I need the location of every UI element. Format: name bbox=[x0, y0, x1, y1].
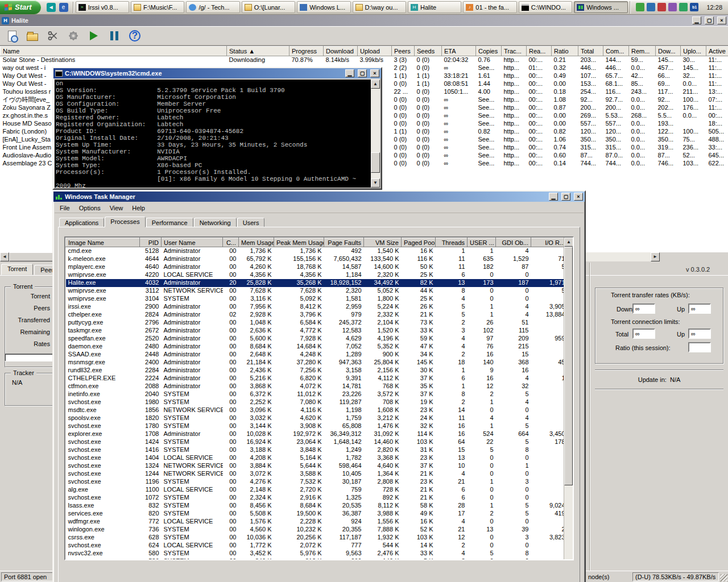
taskbar-button-cmd[interactable]: C:\WINDO... bbox=[519, 1, 572, 13]
column-header[interactable]: Com... bbox=[603, 47, 629, 56]
start-button[interactable]: Start bbox=[0, 1, 41, 14]
process-row[interactable]: svchost.exe624LOCAL SERVICE001,772 K2,07… bbox=[66, 542, 568, 550]
process-row[interactable]: msnmsgr.exe2400Administrator0021,184 K37… bbox=[66, 359, 568, 367]
process-row[interactable]: speedfan.exe2520Administrator005,600 K7,… bbox=[66, 335, 568, 343]
process-row[interactable]: svchost.exe1324NETWORK SERVICE003,884 K5… bbox=[66, 462, 568, 470]
column-header[interactable]: Total bbox=[578, 47, 603, 56]
process-row[interactable]: svchost.exe1780SYSTEM003,144 K3,908 K65,… bbox=[66, 422, 568, 430]
menu-view[interactable]: View bbox=[106, 203, 127, 213]
process-row[interactable]: taskmgr.exe2672Administrator002,636 K4,7… bbox=[66, 327, 568, 335]
tab-performance[interactable]: Performance bbox=[146, 218, 193, 227]
column-header[interactable]: ETA bbox=[442, 47, 476, 56]
column-header[interactable]: Name bbox=[1, 47, 227, 56]
scroll-down-button[interactable]: ▼ bbox=[371, 178, 380, 188]
taskman-titlebar[interactable]: Windows Task Manager ▁ ▢ × bbox=[53, 192, 585, 202]
process-row[interactable]: inetinfo.exe2040SYSTEM006,372 K11,012 K2… bbox=[66, 390, 568, 398]
column-header[interactable]: Seeds bbox=[415, 47, 442, 56]
cmd-titlebar[interactable]: C:\WINDOWS\system32\cmd.exe ▁ ▢ × bbox=[53, 68, 381, 78]
column-header[interactable]: USER ... bbox=[468, 238, 496, 247]
minimize-button[interactable]: ▁ bbox=[692, 16, 701, 24]
process-row[interactable]: services.exe820SYSTEM005,508 K19,500 K36… bbox=[66, 510, 568, 518]
down-limit-field[interactable]: ∞ bbox=[632, 304, 655, 314]
column-header[interactable]: Page Faults bbox=[324, 238, 364, 247]
tray-icon-2[interactable] bbox=[647, 3, 655, 11]
process-row[interactable]: nvsvc32.exe580SYSTEM003,452 K5,976 K9,56… bbox=[66, 550, 568, 558]
scroll-up-button[interactable]: ▲ bbox=[564, 238, 573, 247]
process-row[interactable]: alg.exe1100LOCAL SERVICE002,148 K2,720 K… bbox=[66, 486, 568, 494]
taskbar-button-halite[interactable]: HHalite bbox=[408, 1, 461, 13]
open-torrent-button[interactable] bbox=[25, 28, 40, 43]
column-header[interactable]: PID bbox=[140, 238, 162, 247]
close-button[interactable]: × bbox=[370, 69, 379, 77]
up2-limit-field[interactable]: ∞ bbox=[688, 329, 711, 339]
tray-icon-4[interactable] bbox=[668, 3, 677, 11]
remove-torrent-button[interactable] bbox=[46, 28, 60, 43]
menu-help[interactable]: Help bbox=[128, 203, 149, 213]
maximize-button[interactable]: ▢ bbox=[358, 69, 367, 77]
tab-networking[interactable]: Networking bbox=[194, 218, 237, 227]
scroll-thumb[interactable] bbox=[564, 247, 573, 485]
column-header[interactable]: I/O R... bbox=[531, 238, 568, 247]
tray-icon-1[interactable] bbox=[636, 3, 644, 11]
process-row[interactable]: k-meleon.exe4644Administrator0065,792 K1… bbox=[66, 255, 568, 263]
process-row[interactable]: wdfmgr.exe772LOCAL SERVICE001,576 K2,228… bbox=[66, 518, 568, 526]
ratio-field[interactable] bbox=[688, 342, 711, 352]
process-row[interactable]: svchost.exe1196SYSTEM004,276 K7,532 K30,… bbox=[66, 478, 568, 486]
process-row[interactable]: daemon.exe2480Administrator008,684 K14,6… bbox=[66, 343, 568, 351]
menu-file[interactable]: File bbox=[56, 203, 74, 213]
column-header[interactable]: Paged Pool bbox=[402, 238, 436, 247]
tab-torrent[interactable]: Torrent bbox=[1, 264, 33, 275]
taskbar-button-task-manager[interactable]: ▮▮Windows ... bbox=[574, 1, 627, 13]
process-row[interactable]: svchost.exe1424SYSTEM0016,924 K23,064 K1… bbox=[66, 438, 568, 446]
process-row[interactable]: CTHELPER.EXE2224Administrator005,216 K6,… bbox=[66, 375, 568, 383]
column-header[interactable]: VM Size bbox=[364, 238, 402, 247]
column-header[interactable]: Peers bbox=[392, 47, 415, 56]
taskbar-button-irssi[interactable]: »Irssi v0.8... bbox=[76, 1, 129, 13]
tab-applications[interactable]: Applications bbox=[59, 218, 104, 227]
process-row[interactable]: csrss.exe628SYSTEM0010,036 K20,256 K117,… bbox=[66, 534, 568, 542]
resize-grip[interactable] bbox=[720, 574, 727, 581]
taskbar-button-media[interactable]: ♪01 - the fa... bbox=[463, 1, 516, 13]
pause-button[interactable] bbox=[107, 28, 122, 43]
process-row[interactable]: mplayerc.exe4640Administrator004,260 K18… bbox=[66, 263, 568, 271]
scroll-up-button[interactable]: ▲ bbox=[371, 80, 380, 89]
process-row[interactable]: wmiprvse.exe4220LOCAL SERVICE004,356 K4,… bbox=[66, 271, 568, 279]
taskbar-button-browser[interactable]: /g/ - Tech... bbox=[186, 1, 239, 13]
column-header[interactable]: Dow... bbox=[656, 47, 681, 56]
column-header[interactable]: Rem... bbox=[629, 47, 656, 56]
quick-launch-icon-2[interactable]: e bbox=[59, 3, 68, 12]
taskbar-button-windows-l[interactable]: Windows L... bbox=[297, 1, 350, 13]
process-row[interactable]: SSAAD.exe2448Administrator002,648 K4,248… bbox=[66, 351, 568, 359]
process-row[interactable]: svchost.exe1416SYSTEM003,188 K3,848 K1,2… bbox=[66, 446, 568, 454]
column-header[interactable]: User Name bbox=[162, 238, 223, 247]
close-button[interactable]: × bbox=[717, 16, 726, 24]
new-torrent-button[interactable] bbox=[5, 28, 19, 43]
process-row[interactable]: smss.exe536SYSTEM00340 K812 K269140 K5 K… bbox=[66, 558, 568, 561]
process-row[interactable]: wmiprvse.exe3112NETWORK SERVICE007,628 K… bbox=[66, 287, 568, 295]
vertical-scrollbar[interactable]: ▲ bbox=[564, 238, 573, 559]
tab-users[interactable]: Users bbox=[237, 218, 265, 227]
process-row[interactable]: ctfmon.exe2088Administrator003,868 K4,07… bbox=[66, 383, 568, 390]
column-header[interactable]: Peak Mem Usage bbox=[274, 238, 324, 247]
close-button[interactable]: × bbox=[574, 193, 583, 201]
column-header[interactable]: C... bbox=[223, 238, 239, 247]
process-row[interactable]: msdtc.exe1856NETWORK SERVICE003,096 K4,1… bbox=[66, 406, 568, 414]
process-row[interactable]: spoolsv.exe1820SYSTEM003,032 K4,620 K1,7… bbox=[66, 414, 568, 422]
maximize-button[interactable]: ▢ bbox=[561, 193, 570, 201]
minimize-button[interactable]: ▁ bbox=[549, 193, 558, 201]
process-row[interactable]: lsass.exe832SYSTEM008,456 K8,684 K20,535… bbox=[66, 502, 568, 510]
column-header[interactable]: Progress bbox=[289, 47, 324, 56]
process-row[interactable]: svchost.exe1072SYSTEM002,324 K2,916 K1,3… bbox=[66, 494, 568, 502]
column-header[interactable]: Mem Usage bbox=[239, 238, 274, 247]
up-limit-field[interactable]: ∞ bbox=[688, 304, 711, 314]
process-row[interactable]: svchost.exe1404LOCAL SERVICE004,208 K5,1… bbox=[66, 454, 568, 462]
process-row[interactable]: explorer.exe1708Administrator0010,028 K1… bbox=[66, 430, 568, 438]
taskbar-button-lunar-folder[interactable]: O:\[Lunar... bbox=[242, 1, 295, 13]
scroll-left-button[interactable]: ◄ bbox=[0, 252, 9, 261]
process-row[interactable]: svchost.exe1980SYSTEM002,252 K7,080 K119… bbox=[66, 398, 568, 406]
tab-processes[interactable]: Processes bbox=[105, 217, 145, 227]
process-row[interactable]: svchost.exe1244NETWORK SERVICE003,072 K3… bbox=[66, 470, 568, 478]
maximize-button[interactable]: ▢ bbox=[705, 16, 714, 24]
total-limit-field[interactable]: ∞ bbox=[632, 329, 655, 339]
tray-icon-5[interactable] bbox=[679, 3, 688, 11]
